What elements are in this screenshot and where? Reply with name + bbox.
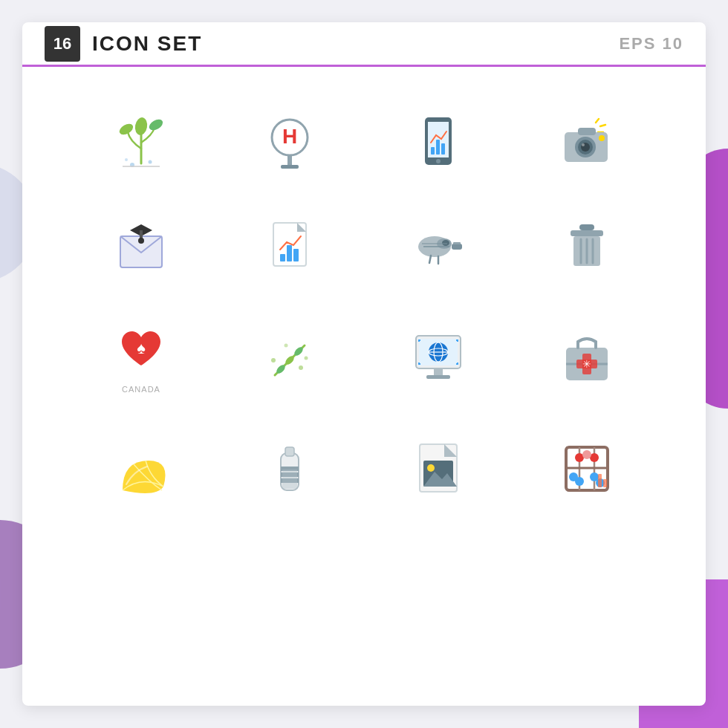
- abacus-icon: [557, 438, 617, 498]
- icon-cell-mobile-chart: [364, 89, 513, 193]
- svg-rect-63: [434, 368, 443, 376]
- svg-rect-64: [426, 375, 450, 379]
- svg-point-57: [271, 358, 276, 363]
- svg-point-5: [149, 160, 152, 164]
- svg-point-3: [134, 117, 149, 136]
- svg-rect-40: [452, 244, 462, 250]
- svg-point-32: [138, 238, 144, 244]
- icons-grid: H: [22, 67, 706, 542]
- svg-point-92: [575, 477, 584, 486]
- svg-rect-47: [571, 230, 603, 236]
- trash-icon: [557, 215, 617, 275]
- header-eps: EPS 10: [619, 34, 683, 53]
- icon-cell-canada: ♠ CANADA: [67, 297, 215, 416]
- svg-rect-96: [603, 479, 607, 487]
- satellite-icon: [409, 215, 468, 275]
- icon-cell-database: [215, 416, 364, 520]
- chart-document-icon: [260, 215, 319, 275]
- header-left: 16 ICON SET: [45, 26, 202, 62]
- lemon-icon: [111, 438, 171, 498]
- icon-cell-camera: [513, 89, 661, 193]
- icon-cell-hospital: H: [215, 89, 364, 193]
- icon-cell-mail-graduation: [67, 193, 215, 297]
- camera-icon: [557, 111, 617, 171]
- svg-line-44: [429, 256, 431, 263]
- svg-point-2: [147, 117, 164, 132]
- badge-number: 16: [45, 26, 80, 62]
- icon-cell-abacus: [513, 416, 661, 520]
- svg-point-59: [305, 357, 308, 360]
- svg-point-26: [582, 143, 585, 146]
- toolkit-icon: ✳: [557, 327, 617, 386]
- icon-cell-plant: [67, 89, 215, 193]
- card-header: 16 ICON SET EPS 10: [22, 22, 706, 67]
- svg-line-18: [596, 119, 599, 123]
- svg-text:H: H: [282, 125, 297, 148]
- svg-point-60: [285, 344, 288, 348]
- svg-rect-75: [285, 447, 294, 456]
- svg-rect-41: [453, 242, 461, 244]
- canada-label: CANADA: [122, 385, 160, 394]
- icon-cell-seeds: [215, 297, 364, 416]
- plant-icon: [111, 111, 171, 171]
- svg-point-14: [436, 159, 441, 163]
- svg-line-19: [600, 125, 605, 126]
- header-title: ICON SET: [92, 32, 202, 56]
- svg-rect-22: [578, 128, 596, 135]
- svg-rect-36: [293, 249, 299, 261]
- svg-point-90: [582, 450, 591, 459]
- canada-icon: ♠: [111, 319, 171, 379]
- svg-point-27: [599, 135, 605, 141]
- svg-point-39: [442, 240, 449, 246]
- svg-rect-15: [431, 147, 435, 155]
- svg-rect-34: [280, 254, 285, 261]
- svg-rect-46: [579, 224, 594, 230]
- svg-text:♠: ♠: [137, 339, 146, 357]
- icon-cell-satellite: [364, 193, 513, 297]
- icon-cell-trash: [513, 193, 661, 297]
- global-monitor-icon: [409, 327, 468, 386]
- svg-point-1: [117, 122, 134, 137]
- seeds-icon: [260, 327, 319, 386]
- svg-point-58: [299, 365, 303, 370]
- svg-point-83: [427, 464, 435, 472]
- svg-rect-35: [287, 245, 292, 261]
- icon-cell-file-image: [364, 416, 513, 520]
- icon-cell-global-monitor: [364, 297, 513, 416]
- svg-rect-16: [436, 140, 440, 155]
- mail-graduation-icon: [111, 215, 171, 275]
- svg-point-6: [125, 158, 128, 161]
- svg-text:✳: ✳: [582, 358, 591, 370]
- database-icon: [260, 438, 319, 498]
- icon-cell-chart-document: [215, 193, 364, 297]
- svg-rect-79: [282, 469, 297, 489]
- svg-rect-9: [281, 165, 299, 169]
- hospital-icon: H: [260, 111, 319, 171]
- svg-rect-95: [598, 474, 602, 487]
- svg-rect-17: [441, 143, 445, 155]
- main-card: 16 ICON SET EPS 10: [22, 22, 706, 706]
- file-image-icon: [409, 438, 468, 498]
- mobile-chart-icon: [409, 111, 468, 171]
- icon-cell-toolkit: ✳: [513, 297, 661, 416]
- icon-cell-lemon: [67, 416, 215, 520]
